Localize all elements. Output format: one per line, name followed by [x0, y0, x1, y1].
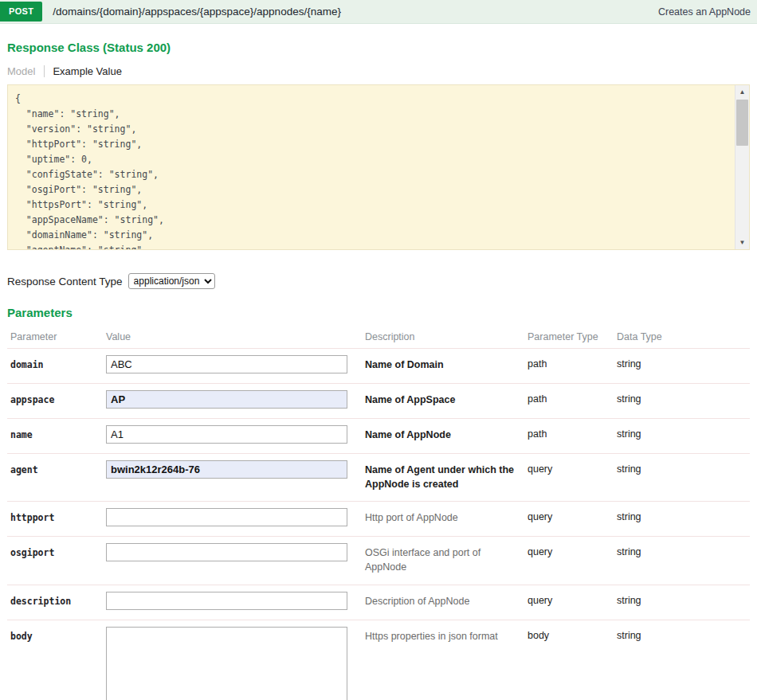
param-row-appspace: appspaceName of AppSpacepathstring — [7, 384, 750, 419]
param-description: Description of AppNode — [362, 585, 524, 620]
param-data-type: string — [614, 454, 750, 502]
column-header-data-type: Data Type — [614, 325, 750, 349]
endpoint-summary[interactable]: Creates an AppNode — [658, 6, 751, 18]
parameters-title: Parameters — [7, 306, 753, 319]
column-header-parameter-type: Parameter Type — [524, 325, 614, 349]
param-value-cell — [103, 454, 362, 502]
param-row-agent: agentName of Agent under which the AppNo… — [7, 454, 750, 502]
param-name: osgiport — [7, 537, 103, 585]
param-description: Name of Agent under which the AppNode is… — [362, 454, 524, 502]
param-name: appspace — [7, 384, 103, 419]
endpoint-path[interactable]: /domains/{domain}/appspaces/{appspace}/a… — [53, 6, 341, 18]
scrollbar-thumb[interactable] — [736, 100, 748, 146]
column-header-parameter: Parameter — [7, 325, 103, 349]
endpoint-header[interactable]: POST /domains/{domain}/appspaces/{appspa… — [0, 0, 757, 24]
param-type: query — [524, 502, 614, 537]
response-content-type-row: Response Content Type application/json — [7, 273, 753, 289]
param-name: description — [7, 585, 103, 620]
response-tabs: Model Example Value — [7, 65, 753, 77]
param-type: query — [524, 537, 614, 585]
param-value-cell — [103, 537, 362, 585]
param-data-type: string — [614, 419, 750, 454]
response-content-type-select[interactable]: application/json — [128, 273, 215, 289]
endpoint-panel: POST /domains/{domain}/appspaces/{appspa… — [0, 0, 757, 700]
param-value-cell — [103, 585, 362, 620]
example-value-block[interactable]: { "name": "string", "version": "string",… — [7, 84, 750, 250]
param-data-type: string — [614, 585, 750, 620]
response-content-type-label: Response Content Type — [7, 276, 123, 287]
response-class-title: Response Class (Status 200) — [7, 41, 753, 54]
tab-example-value[interactable]: Example Value — [53, 65, 121, 77]
scroll-down-arrow-icon[interactable]: ▼ — [735, 236, 749, 249]
param-row-name: nameName of AppNodepathstring — [7, 419, 750, 454]
param-name: body — [7, 620, 103, 700]
param-data-type: string — [614, 502, 750, 537]
param-name: domain — [7, 349, 103, 384]
param-type: body — [524, 620, 614, 700]
param-name: httpport — [7, 502, 103, 537]
param-value-cell — [103, 419, 362, 454]
param-description: Name of AppNode — [362, 419, 524, 454]
param-type: path — [524, 384, 614, 419]
scroll-up-arrow-icon[interactable]: ▲ — [735, 85, 749, 99]
parameters-header-row: ParameterValueDescriptionParameter TypeD… — [7, 325, 750, 349]
json-example: { "name": "string", "version": "string",… — [8, 85, 749, 250]
param-row-osgiport: osgiportOSGi interface and port of AppNo… — [7, 537, 750, 585]
column-header-value: Value — [103, 325, 362, 349]
appspace-input[interactable] — [106, 390, 347, 409]
endpoint-body: Response Class (Status 200) Model Exampl… — [0, 41, 757, 700]
tab-model[interactable]: Model — [7, 65, 45, 77]
param-data-type: string — [614, 620, 750, 700]
param-description: Name of AppSpace — [362, 384, 524, 419]
param-name: name — [7, 419, 103, 454]
param-value-cell — [103, 502, 362, 537]
domain-input[interactable] — [106, 355, 347, 373]
osgiport-input[interactable] — [106, 543, 347, 561]
param-data-type: string — [614, 349, 750, 384]
column-header-description: Description — [362, 325, 524, 349]
param-description: OSGi interface and port of AppNode — [362, 537, 524, 585]
param-name: agent — [7, 454, 103, 502]
http-method-badge: POST — [0, 2, 42, 22]
param-data-type: string — [614, 537, 750, 585]
param-row-body: bodyHttps properties in json formatbodys… — [7, 620, 750, 700]
param-row-description: descriptionDescription of AppNodequeryst… — [7, 585, 750, 620]
param-description: Name of Domain — [362, 349, 524, 384]
param-value-cell — [103, 384, 362, 419]
body-input[interactable] — [106, 627, 347, 700]
description-input[interactable] — [106, 592, 347, 610]
param-type: path — [524, 349, 614, 384]
param-row-httpport: httpportHttp port of AppNodequerystring — [7, 502, 750, 537]
param-value-cell — [103, 620, 362, 700]
param-type: query — [524, 585, 614, 620]
httpport-input[interactable] — [106, 508, 347, 526]
agent-input[interactable] — [106, 460, 347, 479]
name-input[interactable] — [106, 425, 347, 444]
param-type: query — [524, 454, 614, 502]
param-data-type: string — [614, 384, 750, 419]
param-description: Http port of AppNode — [362, 502, 524, 537]
param-row-domain: domainName of Domainpathstring — [7, 349, 750, 384]
param-type: path — [524, 419, 614, 454]
param-description: Https properties in json format — [362, 620, 524, 700]
parameters-table: ParameterValueDescriptionParameter TypeD… — [7, 325, 750, 700]
code-scrollbar[interactable]: ▲ ▼ — [735, 85, 749, 249]
param-value-cell — [103, 349, 362, 384]
